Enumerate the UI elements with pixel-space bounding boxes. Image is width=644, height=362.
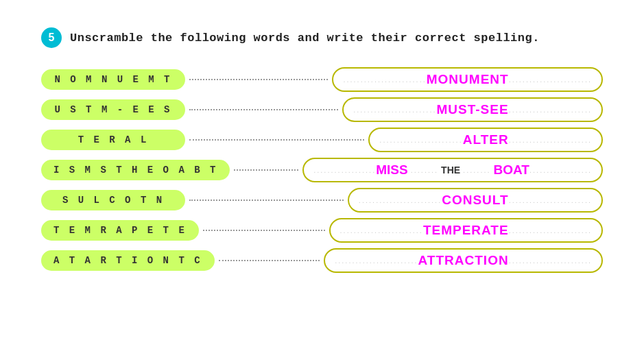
word-row-4: I S M S T H E O A B T ..................… [41, 158, 603, 182]
answer-text-3: ALTER [463, 132, 509, 147]
answer-6: ........................ TEMPERATE .....… [329, 218, 603, 243]
scrambled-word-2: U S T M - E E S [41, 99, 185, 120]
the-word: THE [441, 165, 460, 176]
scrambled-word-3: T E R A L [41, 130, 185, 150]
scrambled-word-4: I S M S T H E O A B T [41, 160, 230, 180]
word-row-6: T E M R A P E T E ......................… [41, 218, 603, 243]
dots-5 [189, 200, 344, 201]
dots-6 [203, 230, 325, 231]
dots-3 [189, 139, 364, 141]
word-row-1: N O M N U E M T ........................… [41, 67, 603, 92]
miss-word: MISS [376, 162, 407, 178]
scrambled-word-5: S U L C O T N [41, 190, 185, 210]
answer-1: ........................ MONUMENT ......… [332, 67, 603, 92]
dots-2 [189, 109, 338, 110]
dots-4 [234, 169, 298, 171]
answer-text-1: MONUMENT [427, 72, 509, 87]
answer-5: ........................ CONSULT .......… [348, 188, 603, 213]
question-number: 5 [41, 27, 62, 48]
answer-text-2: MUST-SEE [437, 102, 509, 117]
answer-text-4: MISS ........ THE ........ BOAT [376, 162, 529, 178]
word-row-5: S U L C O T N ........................ C… [41, 188, 603, 213]
words-grid: N O M N U E M T ........................… [41, 67, 603, 273]
answer-3: ........................ ALTER .........… [368, 128, 603, 152]
question-instruction: Unscramble the following words and write… [70, 32, 540, 45]
answer-text-5: CONSULT [442, 193, 508, 208]
boat-word: BOAT [494, 162, 529, 178]
word-row-3: T E R A L ........................ ALTER… [41, 128, 603, 152]
answer-7: ........................ ATTRACTION ....… [324, 248, 603, 273]
scrambled-word-1: N O M N U E M T [41, 69, 185, 90]
question-header: 5 Unscramble the following words and wri… [41, 27, 603, 48]
dots-1 [189, 79, 328, 80]
answer-2: ........................ MUST-SEE ......… [342, 97, 603, 122]
word-row-7: A T A R T I O N T C ....................… [41, 248, 603, 273]
scrambled-word-7: A T A R T I O N T C [41, 250, 215, 271]
word-row-2: U S T M - E E S ........................… [41, 97, 603, 122]
answer-text-7: ATTRACTION [418, 253, 509, 268]
answer-text-6: TEMPERATE [423, 223, 509, 238]
main-container: 5 Unscramble the following words and wri… [0, 0, 644, 287]
dots-7 [219, 260, 320, 261]
scrambled-word-6: T E M R A P E T E [41, 220, 199, 241]
answer-4: .................. MISS ........ THE ...… [302, 158, 603, 182]
